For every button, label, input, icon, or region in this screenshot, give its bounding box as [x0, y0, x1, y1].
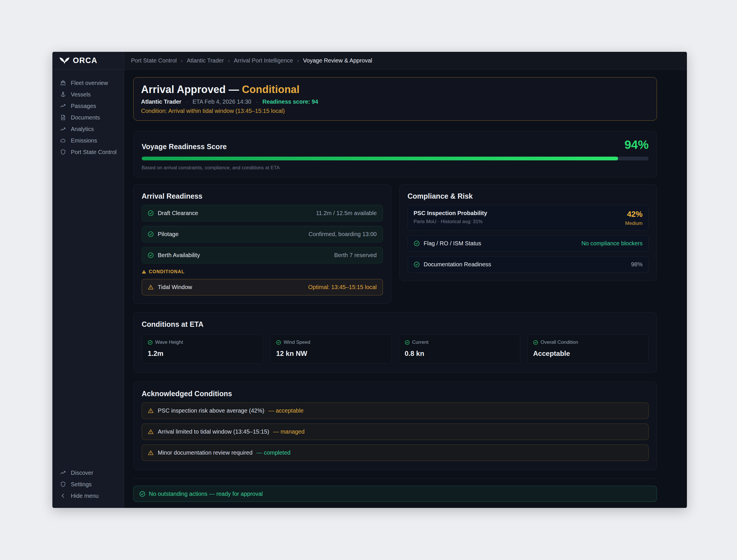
sidebar-item-fleet-overview[interactable]: Fleet overview	[52, 77, 124, 89]
page-content: Arrival Approved —Conditional Atlantic T…	[124, 70, 687, 508]
conditional-section-label: CONDITIONAL	[142, 269, 383, 274]
dot-separator: ·	[186, 98, 188, 105]
analytics-trend-icon	[60, 126, 66, 132]
readiness-row-draft-clearance: Draft Clearance 11.2m / 12.5m available	[142, 205, 383, 221]
app-window: ORCA Fleet overview Vessels Passages Doc…	[52, 52, 687, 508]
sidebar-item-label: Vessels	[71, 91, 91, 98]
condition-label: Wind Speed	[284, 339, 310, 345]
check-circle-icon	[148, 252, 154, 258]
chevron-right-icon: ›	[181, 57, 183, 64]
row-value: No compliance blockers	[582, 240, 643, 247]
warning-triangle-icon	[148, 408, 154, 414]
dot-separator: ·	[256, 98, 258, 105]
sidebar-item-discover[interactable]: Discover	[52, 467, 124, 479]
condition-value: Acceptable	[533, 350, 643, 358]
acknowledged-status: — completed	[257, 449, 290, 456]
check-circle-icon	[148, 231, 154, 237]
sidebar-item-label: Hide menu	[71, 493, 99, 499]
score-card-title: Voyage Readiness Score	[142, 143, 227, 151]
route-trend-icon	[60, 103, 66, 109]
row-label: Pilotage	[158, 231, 178, 238]
sidebar-item-hide-menu[interactable]: Hide menu	[52, 490, 124, 502]
row-value: Berth 7 reserved	[334, 252, 377, 259]
row-value: Confirmed, boarding 13:00	[309, 231, 377, 238]
sidebar-item-passages[interactable]: Passages	[52, 100, 124, 112]
conditional-status-text: Conditional	[242, 83, 299, 95]
breadcrumb-port-state-control[interactable]: Port State Control	[131, 57, 177, 64]
condition-card-wind-speed: Wind Speed 12 kn NW	[270, 334, 392, 364]
condition-text: Condition: Arrival within tidal window (…	[141, 108, 649, 114]
sidebar-footer-nav: Discover Settings Hide menu	[52, 460, 124, 508]
warning-triangle-icon	[148, 284, 154, 290]
check-circle-icon	[405, 340, 410, 345]
acknowledged-row-tidal-window: Arrival limited to tidal window (13:45–1…	[142, 424, 649, 440]
acknowledged-row-psc-risk: PSC inspection risk above average (42%) …	[142, 403, 649, 419]
sidebar-item-settings[interactable]: Settings	[52, 479, 124, 490]
check-circle-icon	[414, 261, 420, 267]
acknowledged-title: Acknowledged Conditions	[142, 390, 649, 398]
warning-triangle-icon	[148, 450, 154, 456]
settings-shield-icon	[60, 481, 66, 487]
condition-label: Overall Condition	[541, 339, 578, 345]
chevron-right-icon: ›	[228, 57, 230, 64]
condition-value: 12 kn NW	[276, 350, 385, 358]
conditions-title: Conditions at ETA	[142, 320, 649, 329]
anchor-icon	[60, 91, 66, 98]
arrival-readiness-title: Arrival Readiness	[142, 192, 383, 200]
condition-card-overall: Overall Condition Acceptable	[527, 334, 649, 364]
condition-value: 1.2m	[148, 350, 257, 358]
condition-value: 0.8 kn	[405, 350, 514, 358]
row-label: Berth Availability	[158, 252, 200, 259]
row-label: Draft Clearance	[158, 210, 198, 217]
ship-icon	[60, 80, 66, 86]
score-caption: Based on arrival constraints, compliance…	[142, 165, 649, 171]
sidebar-item-label: Discover	[71, 470, 93, 476]
score-percent-value: 94%	[624, 139, 649, 151]
eta-text: ETA Feb 4, 2026 14:30	[193, 98, 251, 105]
breadcrumb-atlantic-trader[interactable]: Atlantic Trader	[187, 57, 224, 64]
readiness-score-card: Voyage Readiness Score 94% Based on arri…	[133, 131, 657, 177]
sidebar-item-port-state-control[interactable]: Port State Control	[52, 146, 124, 158]
check-circle-icon	[148, 210, 154, 216]
check-circle-icon	[414, 240, 420, 246]
sidebar-item-label: Passages	[71, 103, 96, 109]
check-circle-icon	[533, 340, 538, 345]
breadcrumb-current-page: Voyage Review & Approval	[303, 57, 372, 64]
warning-triangle-icon	[148, 429, 154, 435]
condition-card-current: Current 0.8 kn	[399, 334, 520, 364]
readiness-row-berth-availability: Berth Availability Berth 7 reserved	[142, 247, 383, 263]
breadcrumb-arrival-port-intelligence[interactable]: Arrival Port Intelligence	[234, 57, 293, 64]
sidebar-item-vessels[interactable]: Vessels	[52, 89, 124, 100]
chevron-left-icon	[60, 493, 66, 499]
discover-trend-icon	[60, 470, 66, 476]
row-value: Optimal: 13:45–15:15 local	[308, 284, 377, 291]
warning-triangle-filled-icon	[142, 269, 146, 274]
ready-banner-text: No outstanding actions — ready for appro…	[149, 491, 263, 497]
row-label: Flag / RO / ISM Status	[424, 240, 481, 247]
acknowledged-text: Minor documentation review required	[158, 449, 252, 456]
acknowledged-row-documentation: Minor documentation review required — co…	[142, 445, 649, 461]
check-circle-icon	[139, 491, 145, 497]
chevron-right-icon: ›	[297, 57, 299, 64]
sidebar-item-emissions[interactable]: Emissions	[52, 135, 124, 146]
sidebar-item-analytics[interactable]: Analytics	[52, 123, 124, 135]
sidebar-item-label: Documents	[71, 114, 100, 121]
psc-label: PSC Inspection Probability	[414, 210, 487, 217]
condition-label: Wave Height	[155, 339, 183, 345]
brand-name: ORCA	[73, 56, 98, 65]
condition-card-wave-height: Wave Height 1.2m	[142, 334, 263, 364]
cloud-icon	[60, 137, 66, 144]
acknowledged-conditions-card: Acknowledged Conditions PSC inspection r…	[133, 382, 657, 470]
psc-inspection-row: PSC Inspection Probability Paris MoU · H…	[408, 205, 649, 231]
condition-label: Current	[412, 339, 429, 345]
brand-logo[interactable]: ORCA	[52, 52, 124, 70]
row-value: 11.2m / 12.5m available	[316, 210, 377, 217]
arrival-readiness-card: Arrival Readiness Draft Clearance 11.2m …	[133, 184, 391, 304]
breadcrumb: Port State Control › Atlantic Trader › A…	[124, 52, 687, 70]
sidebar-item-label: Fleet overview	[71, 80, 108, 86]
compliance-row-documentation: Documentation Readiness 98%	[408, 256, 649, 273]
readiness-row-pilotage: Pilotage Confirmed, boarding 13:00	[142, 226, 383, 242]
sidebar-item-documents[interactable]: Documents	[52, 112, 124, 123]
compliance-risk-card: Compliance & Risk PSC Inspection Probabi…	[399, 184, 657, 281]
document-icon	[60, 114, 66, 121]
